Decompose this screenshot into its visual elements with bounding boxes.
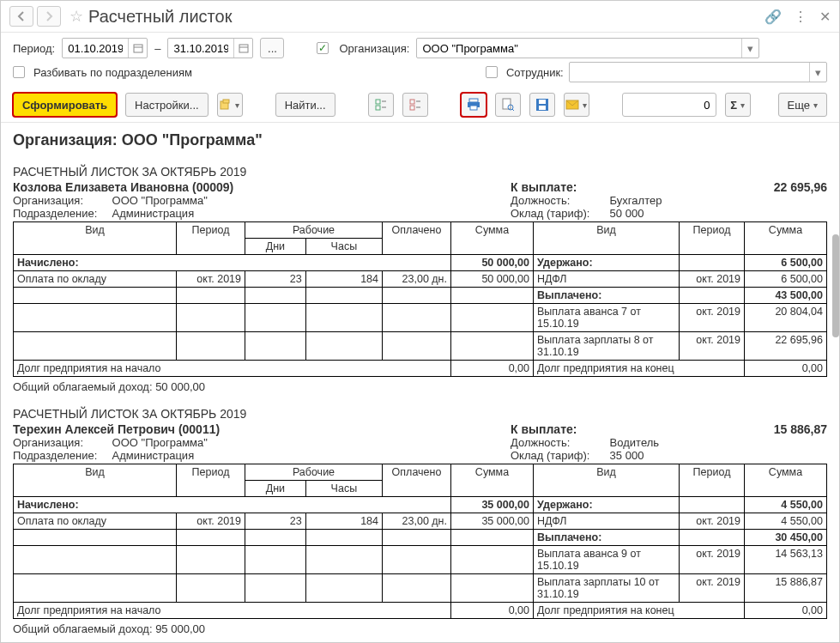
back-button[interactable]: [9, 6, 33, 27]
svg-rect-17: [503, 99, 511, 109]
link-icon[interactable]: 🔗: [764, 9, 782, 25]
kebab-icon[interactable]: ⋮: [794, 9, 807, 25]
dash: –: [154, 42, 160, 55]
collapse-icon: [409, 99, 421, 111]
report-area: Организация: ООО "Программа" РАСЧЕТНЫЙ Л…: [1, 123, 839, 642]
org-label: Организация:: [339, 42, 409, 55]
date-to-field[interactable]: [167, 38, 253, 58]
period-label: Период:: [13, 42, 55, 55]
svg-rect-11: [410, 106, 414, 110]
svg-rect-10: [410, 100, 414, 104]
generate-button[interactable]: Сформировать: [13, 93, 117, 117]
date-from-field[interactable]: [62, 38, 148, 58]
preview-button[interactable]: [495, 93, 521, 117]
save-button[interactable]: [529, 93, 555, 117]
svg-rect-7: [376, 106, 380, 110]
expand-icon: [375, 99, 387, 111]
settings-button[interactable]: Настройки...: [125, 93, 208, 117]
emp-label: Сотрудник:: [506, 66, 564, 79]
period-picker-button[interactable]: ...: [260, 38, 284, 58]
printer-icon: [467, 98, 480, 112]
magnifier-page-icon: [501, 98, 515, 112]
svg-rect-5: [223, 100, 229, 103]
chevron-down-icon[interactable]: ▾: [741, 39, 758, 58]
svg-rect-6: [376, 100, 380, 104]
svg-rect-22: [539, 106, 546, 110]
page-title: Расчетный листок: [88, 7, 764, 27]
org-input[interactable]: [417, 40, 741, 57]
svg-rect-21: [539, 100, 546, 104]
print-button[interactable]: [461, 93, 486, 117]
chevron-down-icon[interactable]: ▾: [809, 63, 826, 82]
variants-button[interactable]: ▾: [217, 93, 243, 117]
split-label: Разбивать по подразделениям: [33, 66, 192, 79]
expand-groups-button[interactable]: [368, 93, 394, 117]
envelope-icon: [565, 100, 579, 110]
payslip: РАСЧЕТНЫЙ ЛИСТОК ЗА ОКТЯБРЬ 2019Козлова …: [13, 165, 827, 395]
find-button[interactable]: Найти...: [275, 93, 335, 117]
email-button[interactable]: ▾: [564, 93, 589, 117]
date-to-input[interactable]: [168, 40, 233, 57]
report-org-title: Организация: ООО "Программа": [13, 131, 827, 149]
sigma-button[interactable]: Σ▾: [725, 93, 751, 117]
sigma-icon: Σ: [730, 99, 737, 112]
svg-line-19: [512, 109, 514, 111]
svg-rect-16: [470, 106, 477, 110]
scrollbar-thumb[interactable]: [832, 234, 839, 337]
folder-icon: [220, 99, 232, 111]
close-icon[interactable]: ✕: [819, 9, 831, 25]
svg-rect-2: [239, 45, 248, 52]
emp-checkbox[interactable]: [486, 66, 498, 78]
emp-combo[interactable]: ▾: [569, 62, 827, 82]
svg-rect-0: [134, 45, 142, 52]
org-combo[interactable]: ▾: [416, 38, 759, 58]
payslip: РАСЧЕТНЫЙ ЛИСТОК ЗА ОКТЯБРЬ 2019Терехин …: [13, 407, 827, 637]
sum-input[interactable]: [622, 93, 716, 117]
date-from-input[interactable]: [63, 40, 128, 57]
calendar-icon[interactable]: [233, 39, 252, 58]
favorite-icon[interactable]: ☆: [69, 7, 83, 26]
diskette-icon: [535, 98, 549, 112]
emp-input[interactable]: [570, 64, 809, 81]
calendar-icon[interactable]: [128, 39, 147, 58]
svg-rect-14: [469, 99, 478, 102]
org-checkbox[interactable]: [317, 42, 329, 54]
collapse-groups-button[interactable]: [402, 93, 428, 117]
split-checkbox[interactable]: [13, 66, 25, 78]
forward-button[interactable]: [37, 6, 61, 27]
more-button[interactable]: Еще▾: [778, 93, 827, 117]
